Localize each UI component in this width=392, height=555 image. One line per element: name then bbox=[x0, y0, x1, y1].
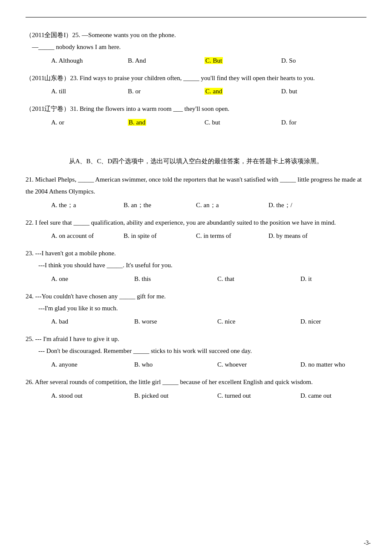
q23-options: A. one B. this C. that D. it bbox=[51, 273, 366, 285]
q22-optA: A. on account of bbox=[51, 230, 124, 242]
q1-text1: —Someone wants you on the phone. bbox=[82, 32, 176, 38]
q26-optA: A. stood out bbox=[51, 390, 134, 402]
q26-text: 26. After several rounds of competition,… bbox=[26, 376, 366, 388]
page-number: -3- bbox=[364, 540, 371, 546]
question-block-q2: （2011山东卷）23. Find ways to praise your ch… bbox=[26, 72, 366, 98]
q25-optC: C. whoever bbox=[217, 359, 300, 370]
q24-text1: 24. ---You couldn't have chosen any ____… bbox=[26, 291, 366, 303]
q26-optD: D. came out bbox=[300, 390, 383, 402]
q23-optA: A. one bbox=[51, 273, 134, 285]
q23-optB: B. this bbox=[134, 273, 217, 285]
main-questions: 21. Michael Phelps, _____ American swimm… bbox=[26, 174, 366, 402]
q21-optB: B. an；the bbox=[124, 199, 196, 211]
q22-optD: D. by means of bbox=[268, 230, 341, 242]
question-25: 25. --- I'm afraid I have to give it up.… bbox=[26, 333, 366, 370]
q26-optB: B. picked out bbox=[134, 390, 217, 402]
question-23: 23. ---I haven't got a mobile phone. ---… bbox=[26, 248, 366, 285]
q1-text2: —_____ nobody knows I am here. bbox=[32, 43, 121, 50]
q23-text1: 23. ---I haven't got a mobile phone. bbox=[26, 248, 366, 260]
q25-text2: --- Don't be discouraged. Remember _____… bbox=[38, 345, 366, 357]
q25-text1: 25. --- I'm afraid I have to give it up. bbox=[26, 333, 366, 345]
q1-optC: C. But bbox=[205, 55, 281, 66]
q21-optA: A. the；a bbox=[51, 199, 124, 211]
question-21: 21. Michael Phelps, _____ American swimm… bbox=[26, 174, 366, 211]
q1-options: A. Although B. And C. But D. So bbox=[51, 55, 366, 66]
q25-optD: D. no matter who bbox=[300, 359, 383, 370]
q21-optC: C. an；a bbox=[196, 199, 268, 211]
q26-options: A. stood out B. picked out C. turned out… bbox=[51, 390, 366, 402]
q3-source: （2011辽宁卷）31. bbox=[26, 105, 78, 112]
q1-line1: （2011全国卷I）25. —Someone wants you on the … bbox=[26, 29, 366, 41]
q23-text2: ---I think you should have _____. It's u… bbox=[38, 260, 366, 272]
q2-optA: A. till bbox=[51, 86, 128, 97]
q23-optC: C. that bbox=[217, 273, 300, 285]
q22-options: A. on account of B. in spite of C. in te… bbox=[51, 230, 366, 242]
q3-options: A. or B. and C. but D. for bbox=[51, 117, 366, 128]
instruction: 从A、B、C、D四个选项中，选出可以填入空白处的最佳答案，并在答题卡上将该项涂黑… bbox=[26, 156, 366, 167]
q1-optD: D. So bbox=[281, 55, 358, 66]
q2-optC-highlight: C. and bbox=[205, 88, 223, 95]
q2-optB: B. or bbox=[128, 86, 205, 97]
top-section: （2011全国卷I）25. —Someone wants you on the … bbox=[26, 29, 366, 128]
top-divider bbox=[26, 17, 366, 17]
q2-optC: C. and bbox=[205, 86, 281, 97]
q24-options: A. bad B. worse C. nice D. nicer bbox=[51, 316, 366, 327]
question-26: 26. After several rounds of competition,… bbox=[26, 376, 366, 402]
q2-source: （2011山东卷）23. bbox=[26, 75, 78, 81]
q21-options: A. the；a B. an；the C. an；a D. the；/ bbox=[51, 199, 366, 211]
q25-options: A. anyone B. who C. whoever D. no matter… bbox=[51, 359, 366, 370]
q3-optC: C. but bbox=[205, 117, 281, 128]
q3-optB-highlight: B. and bbox=[128, 119, 146, 126]
question-24: 24. ---You couldn't have chosen any ____… bbox=[26, 291, 366, 328]
q24-optD: D. nicer bbox=[300, 316, 383, 327]
q25-optB: B. who bbox=[134, 359, 217, 370]
q24-optA: A. bad bbox=[51, 316, 134, 327]
question-block-q1: （2011全国卷I）25. —Someone wants you on the … bbox=[26, 29, 366, 66]
q24-text2: ---I'm glad you like it so much. bbox=[38, 303, 366, 315]
q25-optA: A. anyone bbox=[51, 359, 134, 370]
q3-optA: A. or bbox=[51, 117, 128, 128]
q2-options: A. till B. or C. and D. but bbox=[51, 86, 366, 97]
q21-optD: D. the；/ bbox=[268, 199, 341, 211]
q24-optC: C. nice bbox=[217, 316, 300, 327]
q2-optD: D. but bbox=[281, 86, 358, 97]
q21-text: 21. Michael Phelps, _____ American swimm… bbox=[26, 174, 366, 198]
q1-optC-highlight: C. But bbox=[205, 57, 223, 64]
q2-line1: （2011山东卷）23. Find ways to praise your ch… bbox=[26, 72, 366, 84]
q1-optA: A. Although bbox=[51, 55, 128, 66]
q1-source: （2011全国卷I）25. bbox=[26, 32, 80, 38]
q3-line1: （2011辽宁卷）31. Bring the flowers into a wa… bbox=[26, 103, 366, 115]
q22-optC: C. in terms of bbox=[196, 230, 268, 242]
q24-optB: B. worse bbox=[134, 316, 217, 327]
q3-optB: B. and bbox=[128, 117, 205, 128]
spacer bbox=[26, 134, 366, 156]
q26-optC: C. turned out bbox=[217, 390, 300, 402]
q23-optD: D. it bbox=[300, 273, 383, 285]
q22-optB: B. in spite of bbox=[124, 230, 196, 242]
question-22: 22. I feel sure that _____ qualification… bbox=[26, 217, 366, 242]
q3-optD: D. for bbox=[281, 117, 358, 128]
q1-optB: B. And bbox=[128, 55, 205, 66]
q1-line2: —_____ nobody knows I am here. bbox=[26, 41, 366, 53]
q22-text: 22. I feel sure that _____ qualification… bbox=[26, 217, 366, 229]
question-block-q3: （2011辽宁卷）31. Bring the flowers into a wa… bbox=[26, 103, 366, 128]
